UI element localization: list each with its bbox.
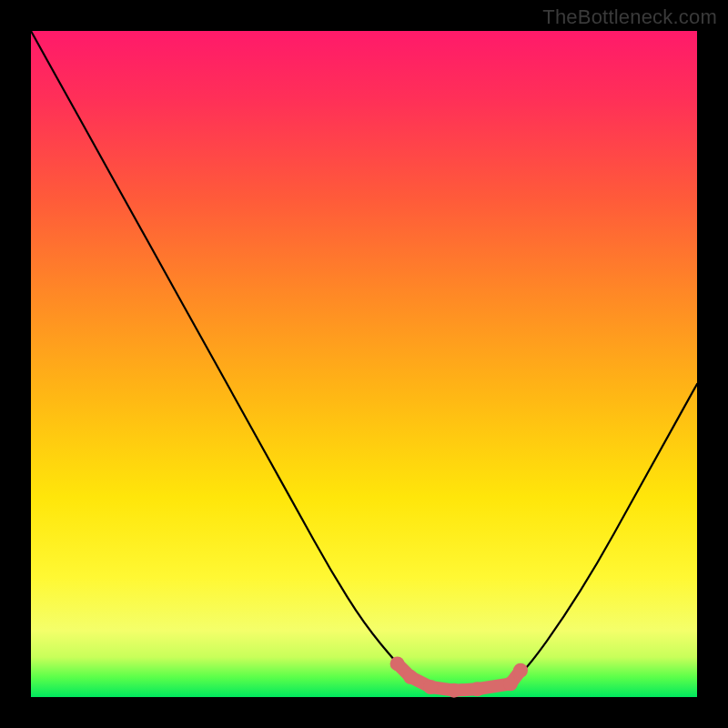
valley-marker: [470, 682, 484, 696]
plot-area: [31, 31, 697, 697]
watermark-text: TheBottleneck.com: [542, 5, 717, 29]
valley-markers: [390, 656, 528, 697]
valley-marker: [503, 676, 518, 691]
bottleneck-curve-svg: [31, 31, 697, 697]
bottleneck-curve: [31, 31, 697, 691]
valley-marker: [423, 680, 438, 694]
valley-marker: [403, 670, 418, 684]
chart-frame: TheBottleneck.com: [0, 0, 728, 728]
valley-marker: [390, 656, 405, 671]
valley-marker: [447, 683, 461, 698]
valley-marker: [513, 663, 528, 678]
